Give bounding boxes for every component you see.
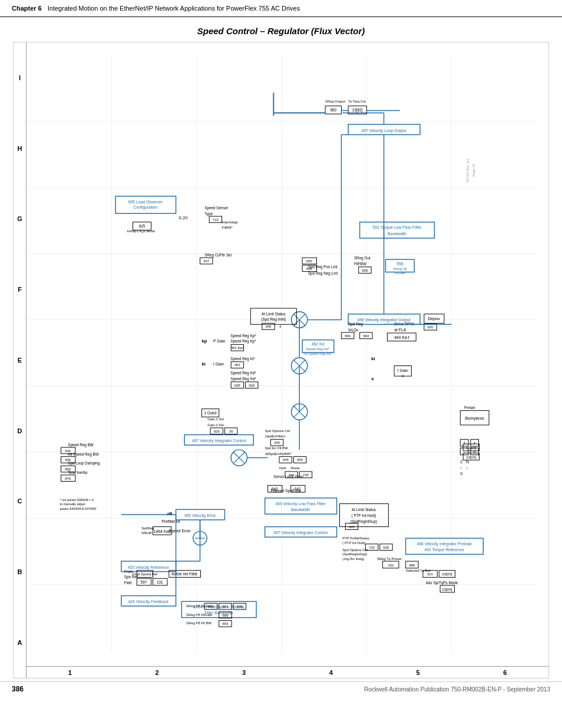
svg-text:N: N xyxy=(466,460,469,464)
svg-text:FltFBW: FltFBW xyxy=(354,262,366,266)
svg-text:466 Velocity Integrator Preloa: 466 Velocity Integrator Preload xyxy=(416,542,471,546)
svg-text:455 Velocity Error: 455 Velocity Error xyxy=(184,513,216,518)
svg-text:655: 655 xyxy=(306,259,312,263)
svg-text:Bumpless: Bumpless xyxy=(465,416,484,421)
svg-text:Total Inertia: Total Inertia xyxy=(68,470,87,475)
col-label-1: 1 xyxy=(27,669,114,676)
svg-text:931: 931 xyxy=(223,605,229,608)
svg-text:* not param 636/646 = 0: * not param 636/646 = 0 xyxy=(60,498,94,502)
svg-text:642: 642 xyxy=(295,487,301,491)
svg-text:PTP PuRelStatus: PTP PuRelStatus xyxy=(342,536,369,540)
row-label-c: C xyxy=(18,498,22,505)
svg-text:InAdp-L4Qs Mode: InAdp-L4Qs Mode xyxy=(127,229,155,233)
svg-text:805 Load Observer: 805 Load Observer xyxy=(128,200,163,204)
svg-text:Final Speed Ref: Final Speed Ref xyxy=(133,572,157,576)
svg-text:664: 664 xyxy=(363,334,369,338)
svg-text:625: 625 xyxy=(139,224,146,228)
svg-text:FltBW*: FltBW* xyxy=(222,226,233,229)
svg-text:Speed Reg Kd*: Speed Reg Kd* xyxy=(230,371,256,375)
page-header: Chapter 6 Integrated Motion on the Ether… xyxy=(0,0,562,17)
svg-text:SpdReg: SpdReg xyxy=(141,526,154,530)
svg-text:Configuration: Configuration xyxy=(134,205,158,210)
page-number: 386 xyxy=(12,685,24,693)
svg-text:Speed Reg Kp*: Speed Reg Kp* xyxy=(230,339,256,344)
svg-text:All Speed Reg Kd*: All Speed Reg Kd* xyxy=(303,352,332,355)
svg-text:(Jog No Integ): (Jog No Integ) xyxy=(342,557,364,561)
svg-text:I Gain: I Gain xyxy=(213,363,224,367)
svg-text:620: 620 xyxy=(428,325,434,329)
svg-text:Spd Options Ctrl: Spd Options Ctrl xyxy=(342,548,368,552)
svg-text:345: 345 xyxy=(289,473,295,477)
svg-text:735: 735 xyxy=(303,473,309,477)
svg-text:620: 620 xyxy=(249,384,255,387)
svg-text:-: - xyxy=(464,450,465,454)
svg-text:Page 16: Page 16 xyxy=(472,164,475,177)
svg-text:964: 964 xyxy=(345,334,351,338)
svg-text:SReg FB FltGain: SReg FB FltGain xyxy=(186,613,212,617)
svg-text:Adv Sp/TqPs Mode: Adv Sp/TqPs Mode xyxy=(426,581,458,585)
svg-text:732: 732 xyxy=(369,546,375,549)
svg-text:SReg FB Flt Sel: SReg FB Flt Sel xyxy=(186,604,211,608)
svg-text:467 Velocity Integrator Contro: 467 Velocity Integrator Control xyxy=(273,531,328,535)
svg-text:SReg Ojt: SReg Ojt xyxy=(393,267,407,271)
svg-text:Spd Err Flt BW: Spd Err Flt BW xyxy=(265,446,288,450)
svg-text:502 Torque Low Pass Filter: 502 Torque Low Pass Filter xyxy=(373,225,422,230)
diagram-title: Speed Control – Regulator (Flux Vector) xyxy=(12,23,550,36)
svg-text:461: 461 xyxy=(234,363,240,367)
row-label-d: D xyxy=(18,427,22,434)
svg-text:462 Kd: 462 Kd xyxy=(312,342,325,346)
col-label-6: 6 xyxy=(461,669,548,676)
svg-text:464 Kd-f: 464 Kd-f xyxy=(394,335,409,340)
svg-text:424 Velocity Feedback: 424 Velocity Feedback xyxy=(128,599,168,604)
svg-text:665: 665 xyxy=(297,458,303,462)
svg-text:Spd Reg Neg Lmt: Spd Reg Neg Lmt xyxy=(308,271,338,276)
svg-text:23[D5]: 23[D5] xyxy=(466,456,477,459)
svg-text:597: 597 xyxy=(141,580,147,584)
svg-text:Speed Reg Kd*: Speed Reg Kd* xyxy=(230,377,256,381)
svg-text:PF755 Rev_9.0: PF755 Rev_9.0 xyxy=(466,158,470,182)
svg-text:2: 2 xyxy=(460,460,462,464)
svg-text:(SpdRegIntSup): (SpdRegIntSup) xyxy=(342,552,367,556)
svg-text:467 Velocity Integrator Contro: 467 Velocity Integrator Control xyxy=(192,439,246,443)
svg-text:Speed Reg Ki*: Speed Reg Ki* xyxy=(230,357,255,361)
svg-text:457: 457 xyxy=(203,259,209,263)
svg-text:23[D5]: 23[D5] xyxy=(442,572,452,576)
svg-text:Bandwidth: Bandwidth xyxy=(291,508,310,512)
svg-text:Speed Error: Speed Error xyxy=(169,529,191,533)
svg-text:rff: rff xyxy=(167,511,173,516)
svg-text:23[D5]: 23[D5] xyxy=(442,588,452,591)
svg-text:Speed Reg Kd*: Speed Reg Kd* xyxy=(306,347,330,351)
svg-text:Gain-2 Sel: Gain-2 Sel xyxy=(207,423,224,427)
svg-text:AlIKaff: AlIKaff xyxy=(141,531,151,535)
svg-text:InterAdapt: InterAdapt xyxy=(222,220,238,224)
svg-text:152: 152 xyxy=(388,564,394,567)
svg-text:From: From xyxy=(124,569,133,574)
svg-text:To Torq Crit: To Torq Crit xyxy=(348,100,366,103)
svg-text:313: 313 xyxy=(427,572,433,576)
svg-text:659: 659 xyxy=(362,269,368,272)
svg-text:I Gain: I Gain xyxy=(398,368,408,373)
svg-text:hold: hold xyxy=(279,466,286,470)
chapter-label: Chapter 6 xyxy=(12,5,42,12)
svg-text:558: 558 xyxy=(396,262,404,266)
svg-text:( PTP Int Hold): ( PTP Int Hold) xyxy=(352,513,376,518)
svg-text:Bandwidth: Bandwidth xyxy=(388,232,406,236)
svg-text:635: 635 xyxy=(384,546,389,549)
svg-text:(SpdEnFilter): (SpdEnFilter) xyxy=(265,434,285,438)
svg-text:ki: ki xyxy=(201,362,206,367)
svg-text:SReg Out: SReg Out xyxy=(354,256,371,261)
svg-text:23[82]: 23[82] xyxy=(352,108,363,113)
svg-text:Speed Sensor: Speed Sensor xyxy=(204,206,228,210)
svg-text:kp: kp xyxy=(201,338,207,344)
svg-text:4: 4 xyxy=(279,325,282,328)
svg-text:Speed Reg Kp*: Speed Reg Kp* xyxy=(230,334,256,338)
svg-text:Gain-1 Sel: Gain-1 Sel xyxy=(207,417,224,421)
svg-text:Speed Reg BW: Speed Reg BW xyxy=(68,443,94,447)
main-content: Speed Control – Regulator (Flux Vector) … xyxy=(0,23,562,678)
svg-text:FltGain: FltGain xyxy=(394,271,405,275)
svg-text:688: 688 xyxy=(409,564,415,567)
svg-text:1: 1 xyxy=(463,441,465,445)
svg-text:689: 689 xyxy=(223,614,229,617)
svg-text:At Limit Status: At Limit Status xyxy=(352,508,376,512)
col-label-4: 4 xyxy=(287,669,375,676)
